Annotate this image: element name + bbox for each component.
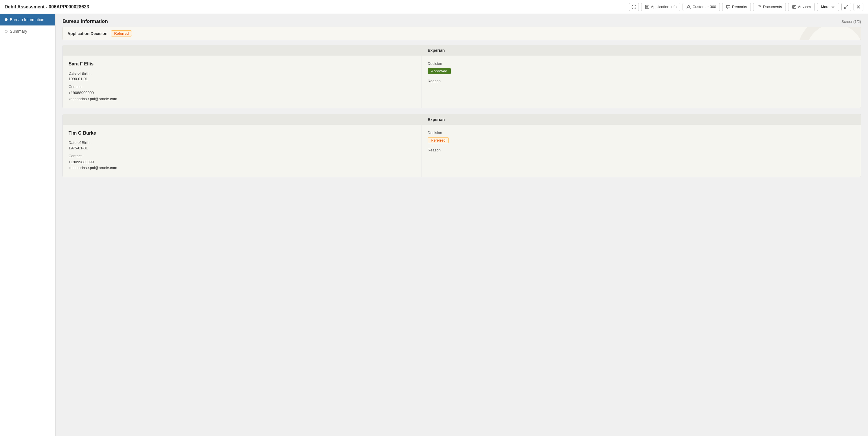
contact-email-tim: krishnadas.r.pai@oracle.com — [69, 165, 416, 171]
card-decision-tim: Decision Referred Reason — [422, 125, 861, 177]
dob-label-sara: Date of Birth : — [69, 71, 416, 76]
person-name-sara: Sara F Ellis — [69, 61, 416, 66]
active-dot-icon — [5, 18, 7, 21]
more-button[interactable]: More — [817, 3, 839, 11]
sidebar-item-bureau-information[interactable]: Bureau Information — [0, 14, 55, 26]
card-header-sara: Experian — [63, 45, 861, 56]
card-experian-header-sara: Experian — [422, 48, 861, 53]
documents-button[interactable]: Documents — [753, 3, 786, 11]
app-layout: Bureau Information Summary Bureau Inform… — [0, 14, 868, 436]
decision-label-tim: Decision — [428, 130, 855, 135]
inactive-dot-icon — [5, 30, 7, 33]
info-icon-button[interactable] — [629, 3, 639, 11]
contact-email-sara: krishnadas.r.pai@oracle.com — [69, 96, 416, 102]
person-name-tim: Tim G Burke — [69, 130, 416, 136]
close-icon — [856, 5, 861, 9]
contact-phone-sara: +19088990099 — [69, 90, 416, 96]
decision-badge-tim: Referred — [428, 137, 449, 143]
remarks-button[interactable]: Remarks — [722, 3, 751, 11]
card-body-tim: Tim G Burke Date of Birth : 1975-01-01 C… — [63, 125, 861, 177]
card-tim-g-burke: Experian Tim G Burke Date of Birth : 197… — [62, 114, 861, 177]
dob-label-tim: Date of Birth : — [69, 140, 416, 145]
app-header: Debit Assessment - 006APP000028623 Appli… — [0, 0, 868, 14]
application-decision-label: Application Decision — [67, 31, 107, 36]
chevron-down-icon — [831, 5, 835, 9]
application-info-button[interactable]: Application Info — [641, 3, 681, 11]
documents-icon — [757, 5, 762, 9]
card-person-info-sara: Sara F Ellis Date of Birth : 1990-01-01 … — [63, 56, 422, 108]
contact-label-sara: Contact : — [69, 85, 416, 89]
page-title: Bureau Information — [62, 19, 108, 24]
expand-icon — [844, 5, 848, 9]
card-header-left-sara — [63, 48, 422, 53]
customer-360-icon — [686, 5, 691, 9]
advices-icon — [792, 5, 797, 9]
application-info-icon — [645, 5, 650, 9]
dob-value-tim: 1975-01-01 — [69, 146, 416, 150]
card-person-info-tim: Tim G Burke Date of Birth : 1975-01-01 C… — [63, 125, 422, 177]
remarks-icon — [726, 5, 731, 9]
dob-value-sara: 1990-01-01 — [69, 77, 416, 81]
advices-button[interactable]: Advices — [788, 3, 815, 11]
card-header-left-tim — [63, 117, 422, 122]
sidebar: Bureau Information Summary — [0, 14, 56, 436]
info-icon — [631, 5, 636, 9]
application-decision-badge: Referred — [111, 30, 132, 36]
contact-phone-tim: +19099880099 — [69, 159, 416, 165]
screen-info: Screen(1/2) — [841, 20, 861, 24]
svg-point-2 — [633, 6, 634, 6]
expand-button[interactable] — [841, 3, 851, 11]
application-decision-bar: Application Decision Referred — [62, 27, 861, 40]
card-experian-header-tim: Experian — [422, 117, 861, 122]
cards-area: Experian Sara F Ellis Date of Birth : 19… — [56, 45, 868, 177]
customer-360-button[interactable]: Customer 360 — [683, 3, 720, 11]
card-sara-f-ellis: Experian Sara F Ellis Date of Birth : 19… — [62, 45, 861, 108]
main-header: Bureau Information Screen(1/2) — [56, 14, 868, 27]
app-title: Debit Assessment - 006APP000028623 — [5, 4, 89, 9]
decision-badge-sara: Approved — [428, 68, 451, 74]
svg-rect-7 — [793, 5, 796, 8]
card-header-tim: Experian — [63, 114, 861, 125]
contact-label-tim: Contact : — [69, 154, 416, 158]
card-body-sara: Sara F Ellis Date of Birth : 1990-01-01 … — [63, 56, 861, 108]
main-content: Bureau Information Screen(1/2) Applicati… — [56, 14, 868, 436]
reason-label-tim: Reason — [428, 148, 855, 152]
decision-label-sara: Decision — [428, 61, 855, 66]
sidebar-item-summary[interactable]: Summary — [0, 26, 55, 37]
sidebar-label-bureau: Bureau Information — [10, 18, 44, 22]
reason-label-sara: Reason — [428, 79, 855, 83]
close-button[interactable] — [854, 3, 863, 11]
card-decision-sara: Decision Approved Reason — [422, 56, 861, 108]
sidebar-label-summary: Summary — [10, 29, 27, 34]
svg-rect-3 — [646, 5, 649, 9]
